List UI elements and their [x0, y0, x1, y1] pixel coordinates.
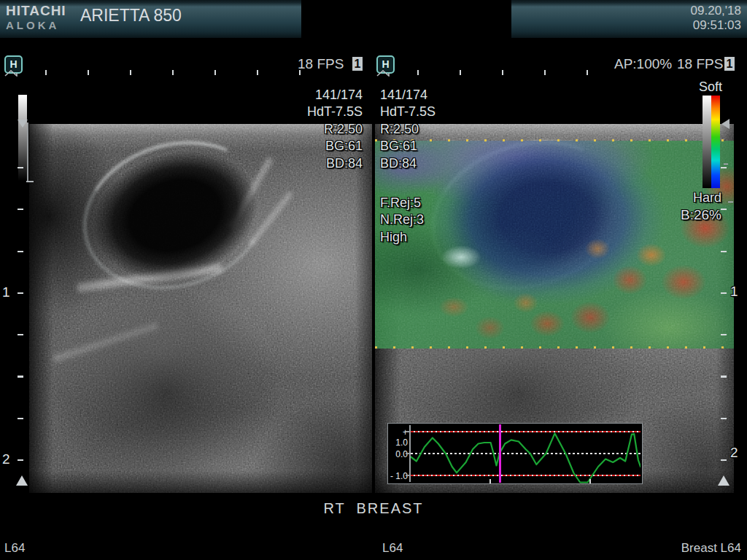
- depth-label-2: 2: [730, 445, 738, 461]
- brand-hitachi: HITACHI: [6, 3, 66, 19]
- fps-label: 18 FPS: [298, 56, 344, 72]
- graph-ylabel-zero: 0.0: [388, 449, 408, 459]
- graph-time-tick: [489, 479, 491, 483]
- fps-label: 18 FPS: [677, 56, 723, 72]
- strain-graph-panel: + 1.0 0.0 - 1.0: [387, 423, 643, 484]
- graph-ylabel-plus1: + 1.0: [388, 427, 408, 448]
- colorbar-strain-scale: [711, 96, 720, 188]
- range-param: R:2.50: [380, 121, 497, 138]
- depth-label-1: 1: [730, 284, 738, 300]
- tgc-curve-line: [27, 122, 28, 182]
- graph-time-tick: [589, 479, 591, 483]
- frame-counter: 141/174: [246, 87, 363, 104]
- probe-label-left: L64: [4, 541, 25, 556]
- colorbar-tick: [728, 201, 733, 203]
- probe-orientation-icon: [376, 70, 391, 77]
- frame-rejection: F.Rej:5: [380, 195, 497, 211]
- strain-waveform: [411, 433, 640, 482]
- smoothing-level: High: [380, 229, 497, 246]
- transducer-mode: HdT-7.5S: [246, 104, 363, 120]
- date-text: 09.20,'18: [691, 4, 741, 18]
- colorbar-tick: [724, 163, 728, 165]
- horizontal-scale-ruler: [417, 70, 611, 75]
- acoustic-power-label: AP:100%: [614, 56, 672, 72]
- datetime: 09.20,'18 09:51:03: [691, 4, 741, 33]
- gray-map-marker: [18, 120, 28, 128]
- colorbar-gray-scale: [703, 96, 711, 188]
- depth-label-1: 1: [2, 284, 10, 300]
- body-mark-annotation: RT BREAST: [0, 500, 747, 517]
- acquisition-params: 141/174 HdT-7.5S R:2.50 BG:61 BD:84: [380, 87, 497, 172]
- dynamic-range-param: BD:84: [246, 155, 363, 172]
- focus-marker-icon: [718, 475, 729, 486]
- colorbar-soft-label: Soft: [699, 79, 722, 96]
- depth-label-2: 2: [2, 451, 10, 467]
- bmode-image: [29, 124, 372, 493]
- brand-aloka: ALOKA: [6, 19, 59, 31]
- graph-ylabel-minus1: - 1.0: [388, 471, 408, 481]
- dynamic-range-param: BD:84: [380, 155, 497, 172]
- frame-counter: 141/174: [380, 87, 497, 104]
- colorbar-marker: [721, 119, 729, 129]
- b-rejection-value: B:26%: [681, 206, 721, 223]
- strain-waveform-plot: [411, 424, 640, 483]
- elasto-processing-params: F.Rej:5 N.Rej:3 High: [380, 195, 497, 246]
- roi-bottom-border: [375, 346, 734, 349]
- frame-number-box: 1: [724, 57, 735, 71]
- tgc-end-tick: [26, 181, 34, 182]
- focus-marker-icon: [16, 475, 28, 486]
- acquisition-params: 141/174 HdT-7.5S R:2.50 BG:61 BD:84: [246, 87, 363, 172]
- depth-ruler-left: [18, 167, 23, 466]
- gain-param: BG:61: [246, 138, 363, 155]
- frame-cursor-line: [499, 424, 501, 483]
- range-param: R:2.50: [246, 121, 363, 138]
- probe-preset-label: Breast L64: [681, 541, 741, 556]
- top-bar-right: 09.20,'18 09:51:03: [511, 0, 747, 38]
- depth-ruler-right: [721, 167, 727, 466]
- probe-orientation-icon: [4, 70, 19, 77]
- time-text: 09:51:03: [691, 18, 741, 33]
- noise-rejection: N.Rej:3: [380, 211, 497, 228]
- colorbar-hard-label: Hard: [693, 190, 721, 206]
- gain-param: BG:61: [380, 138, 497, 155]
- model-name: ARIETTA 850: [80, 6, 182, 26]
- ultrasound-screen: HITACHI ALOKA ARIETTA 850 09.20,'18 09:5…: [0, 0, 747, 560]
- top-bar-left: HITACHI ALOKA ARIETTA 850: [0, 0, 301, 38]
- horizontal-scale-ruler: [45, 70, 301, 75]
- frame-number-box: 1: [352, 57, 363, 71]
- transducer-mode: HdT-7.5S: [380, 104, 497, 120]
- probe-label-center: L64: [382, 541, 403, 556]
